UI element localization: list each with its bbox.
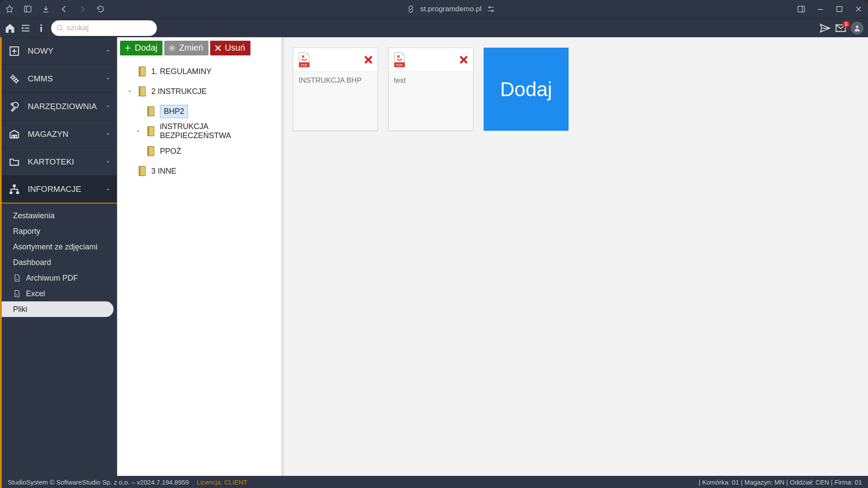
chrome-right (797, 5, 863, 13)
minimize-icon[interactable] (816, 5, 825, 13)
sub-label: Raporty (13, 227, 40, 236)
expand-icon (136, 129, 141, 134)
browser-chrome: st.programdemo.pl (0, 0, 868, 18)
nav-informacje[interactable]: INFORMACJE (2, 176, 117, 204)
home-icon[interactable] (4, 23, 16, 34)
sub-label: Dashboard (13, 258, 51, 267)
chrome-left (5, 5, 105, 13)
chevron-up-icon (105, 186, 111, 192)
folder-outline-icon (9, 156, 20, 168)
nav-nowy[interactable]: NOWY (2, 37, 117, 65)
back-icon[interactable] (60, 5, 68, 13)
btn-label: Usuń (225, 43, 245, 53)
nav-cmms[interactable]: CMMS (2, 65, 117, 93)
address-bar[interactable]: st.programdemo.pl (113, 5, 789, 13)
add-file-tile[interactable]: Dodaj (484, 48, 569, 131)
svg-point-8 (489, 6, 490, 8)
file-excel-icon: X (13, 290, 21, 297)
file-card-head (389, 48, 473, 72)
maximize-icon[interactable] (835, 5, 844, 13)
svg-point-19 (15, 79, 18, 82)
svg-point-16 (856, 26, 858, 28)
svg-rect-10 (798, 6, 805, 12)
plus-box-icon (9, 45, 20, 57)
info-icon[interactable] (36, 23, 47, 34)
sub-label: Excel (26, 289, 45, 298)
file-pdf-icon: A (13, 274, 21, 282)
folder-icon (147, 126, 156, 137)
sub-label: Asortyment ze zdjęciami (13, 242, 98, 252)
nav-narzedziownia[interactable]: NARZĘDZIOWNIA (2, 93, 117, 120)
warehouse-icon (9, 129, 20, 140)
sub-zestawienia[interactable]: Zestawienia (2, 208, 117, 223)
sidebar-toggle-icon[interactable] (23, 5, 32, 13)
sub-asortyment[interactable]: Asortyment ze zdjęciami (2, 239, 117, 255)
collapse-icon (127, 89, 132, 94)
delete-file-icon[interactable] (364, 55, 373, 65)
file-card[interactable]: test (388, 48, 473, 131)
tree-node-regulaminy[interactable]: 1. REGULAMINY (117, 61, 281, 81)
nav-label: INFORMACJE (28, 184, 81, 194)
chevron-down-icon (105, 76, 111, 82)
svg-text:X: X (16, 294, 18, 296)
app-toolbar: 8 (0, 18, 868, 37)
chevron-down-icon (105, 159, 111, 165)
nav-label: KARTOTEKI (28, 157, 74, 167)
delete-file-icon[interactable] (459, 55, 468, 65)
app-body: NOWY CMMS NARZĘDZIOWNIA MAGAZYN KARTOTEK… (0, 37, 868, 476)
tree-node-ppoz[interactable]: PPOŻ (117, 141, 281, 161)
sub-dashboard[interactable]: Dashboard (2, 255, 117, 270)
user-avatar[interactable] (851, 22, 864, 35)
nav-label: CMMS (28, 74, 53, 84)
reload-icon[interactable] (96, 5, 105, 13)
nav-magazyn[interactable]: MAGAZYN (2, 120, 117, 148)
send-icon[interactable] (819, 23, 831, 34)
svg-point-18 (12, 76, 15, 79)
status-left: StudioSystem © SoftwareStudio Sp. z o.o.… (8, 478, 189, 486)
tree-node-bhp2[interactable]: BHP2 (117, 101, 281, 121)
sub-pliki[interactable]: Pliki (2, 301, 114, 317)
nav-kartoteki[interactable]: KARTOTEKI (2, 148, 117, 176)
close-window-icon[interactable] (854, 5, 863, 13)
file-card[interactable]: INSTRUKCJA BHP (293, 48, 378, 131)
folder-icon (138, 66, 147, 77)
download-icon[interactable] (42, 5, 50, 13)
search-box[interactable] (51, 20, 157, 36)
forward-icon[interactable] (78, 5, 87, 13)
add-button[interactable]: Dodaj (120, 41, 163, 55)
svg-rect-6 (25, 6, 31, 12)
btn-label: Zmień (179, 43, 203, 53)
status-bar: StudioSystem © SoftwareStudio Sp. z o.o.… (0, 476, 868, 488)
tree-node-instrukcje[interactable]: 2 INSTRUKCJE (117, 81, 281, 101)
edit-button[interactable]: Zmień (164, 41, 208, 55)
chevron-down-icon (105, 48, 111, 54)
status-right: | Komórka: 01 | Magazyn: MN | Oddział: C… (699, 478, 862, 486)
tune-icon[interactable] (487, 5, 495, 13)
url-text: st.programdemo.pl (420, 5, 482, 13)
tree-node-inne[interactable]: 3 INNE (117, 161, 281, 181)
panel-right-icon[interactable] (797, 5, 806, 13)
folder-icon (147, 106, 156, 117)
delete-button[interactable]: Usuń (210, 41, 250, 55)
search-input[interactable] (67, 23, 152, 32)
file-card-head (293, 48, 377, 72)
tree-node-instrukcja-bezp[interactable]: iNSTRUKCJA BEZPIECZEŃSTWA (117, 121, 281, 141)
chevron-down-icon (105, 131, 111, 137)
tree-label: PPOŻ (160, 147, 181, 156)
outdent-icon[interactable] (20, 23, 31, 34)
mail-button[interactable]: 8 (835, 23, 846, 34)
sub-raporty[interactable]: Raporty (2, 223, 117, 239)
status-license: Licencja: CLIENT (197, 478, 247, 486)
svg-rect-15 (40, 24, 42, 26)
content-area: INSTRUKCJA BHP test Dodaj (282, 37, 868, 476)
search-icon (56, 24, 64, 32)
browser-menu-icon[interactable] (5, 5, 14, 13)
sub-excel[interactable]: X Excel (2, 286, 117, 301)
svg-rect-14 (40, 26, 42, 32)
tree-label: 1. REGULAMINY (151, 67, 211, 76)
sub-label: Pliki (13, 305, 27, 314)
svg-rect-13 (837, 6, 842, 12)
sub-archiwum[interactable]: A Archiwum PDF (2, 270, 117, 286)
sub-list: Zestawienia Raporty Asortyment ze zdjęci… (2, 204, 117, 320)
tree-label: 3 INNE (151, 167, 176, 176)
